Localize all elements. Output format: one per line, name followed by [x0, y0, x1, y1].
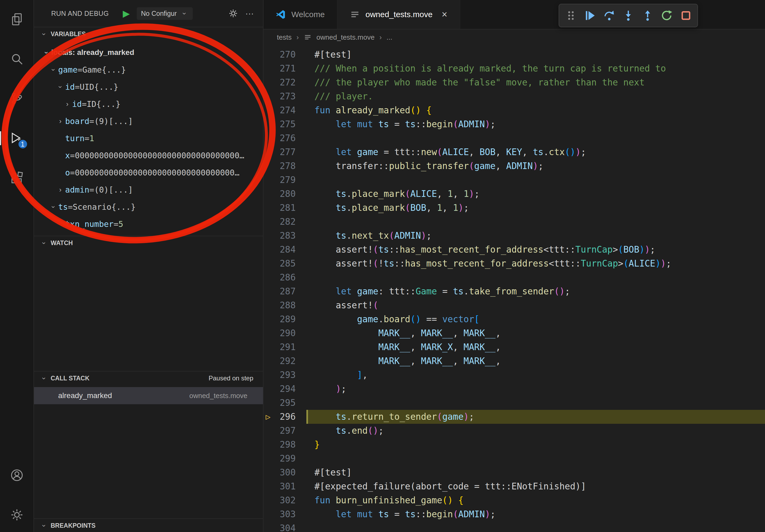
restart-button[interactable] — [659, 8, 674, 23]
line-number[interactable]: 276 — [264, 131, 307, 145]
code-text[interactable]: MARK__, MARK__, MARK__, — [307, 354, 765, 368]
code-text[interactable]: transfer::public_transfer(game, ADMIN); — [307, 159, 765, 173]
variable-row[interactable]: ›id = UID{...} — [34, 78, 263, 95]
code-text[interactable] — [307, 521, 765, 532]
line-number[interactable]: 278 — [264, 159, 307, 173]
line-number[interactable]: 284 — [264, 243, 307, 257]
line-number[interactable]: 287 — [264, 285, 307, 298]
line-number[interactable]: 288 — [264, 298, 307, 312]
variable-row[interactable]: o = 000000000000000000000000000000000… — [34, 164, 263, 181]
code-text[interactable]: ); — [307, 382, 765, 396]
step-over-button[interactable] — [602, 8, 617, 23]
start-debugging-icon[interactable]: ▶ — [123, 8, 130, 19]
code-text[interactable]: assert!( — [307, 298, 765, 312]
chevron-down-icon[interactable]: › — [49, 65, 58, 75]
code-text[interactable]: MARK__, MARK__, MARK__, — [307, 326, 765, 340]
code-text[interactable]: ts.return_to_sender(game); — [307, 410, 765, 424]
watch-section-header[interactable]: › WATCH — [34, 236, 263, 250]
call-stack-frame[interactable]: already_markedowned_tests.move — [34, 387, 263, 404]
line-number[interactable]: 295 — [264, 396, 307, 410]
breadcrumb-file[interactable]: owned_tests.move — [317, 33, 375, 42]
chevron-right-icon[interactable]: › — [56, 117, 65, 126]
variable-row[interactable]: turn = 1 — [34, 130, 263, 147]
chevron-down-icon[interactable]: › — [49, 202, 58, 212]
line-number[interactable]: 299 — [264, 452, 307, 465]
breadcrumb-more[interactable]: ... — [386, 33, 392, 42]
code-text[interactable]: /// player. — [307, 90, 765, 104]
line-number[interactable]: 281 — [264, 201, 307, 215]
code-text[interactable] — [307, 452, 765, 465]
code-text[interactable]: let mut ts = ts::begin(ADMIN); — [307, 117, 765, 131]
line-number[interactable]: 296▷ — [264, 410, 307, 424]
more-actions-icon[interactable]: ··· — [245, 9, 254, 19]
variable-row[interactable]: ›board = (9)[...] — [34, 113, 263, 130]
explorer-icon[interactable] — [9, 11, 25, 27]
line-number[interactable]: 282 — [264, 215, 307, 229]
line-number[interactable]: 279 — [264, 173, 307, 187]
chevron-down-icon[interactable]: › — [56, 82, 65, 92]
toolbar-drag-handle[interactable] — [563, 8, 578, 23]
variable-row[interactable]: txn_number = 5 — [34, 215, 263, 232]
code-text[interactable]: #[expected_failure(abort_code = ttt::ENo… — [307, 479, 765, 493]
line-number[interactable]: 280 — [264, 187, 307, 201]
debug-config-dropdown[interactable]: No Configur › — [137, 7, 193, 20]
line-number[interactable]: 304 — [264, 521, 307, 532]
code-text[interactable]: ts.place_mark(BOB, 1, 1); — [307, 201, 765, 215]
step-out-button[interactable] — [640, 8, 655, 23]
line-number[interactable]: 286 — [264, 271, 307, 285]
stop-button[interactable] — [678, 8, 693, 23]
breakpoints-section-header[interactable]: › BREAKPOINTS — [34, 518, 263, 532]
line-number[interactable]: 297 — [264, 424, 307, 438]
code-text[interactable]: game.board() == vector[ — [307, 312, 765, 326]
variable-row[interactable]: ›game = Game{...} — [34, 61, 263, 78]
line-number[interactable]: 275 — [264, 117, 307, 131]
variable-row[interactable]: ›id = ID{...} — [34, 95, 263, 113]
close-tab-icon[interactable]: × — [442, 10, 447, 19]
code-text[interactable]: fun already_marked() { — [307, 104, 765, 117]
line-number[interactable]: 294 — [264, 382, 307, 396]
debug-settings-gear-icon[interactable] — [228, 8, 238, 19]
line-number[interactable]: 303 — [264, 507, 307, 521]
variables-section-header[interactable]: › VARIABLES — [34, 27, 263, 41]
code-text[interactable]: } — [307, 438, 765, 452]
breadcrumb-folder[interactable]: tests — [277, 33, 292, 42]
line-number[interactable]: 274 — [264, 104, 307, 117]
code-text[interactable]: #[test] — [307, 48, 765, 62]
call-stack-section-header[interactable]: › CALL STACK Paused on step — [34, 371, 263, 385]
scope-row[interactable]: ›locals: already_marked — [34, 44, 263, 61]
code-text[interactable]: /// When a position is already marked, t… — [307, 62, 765, 76]
continue-button[interactable] — [582, 8, 597, 23]
code-text[interactable]: ts.end(); — [307, 424, 765, 438]
chevron-right-icon[interactable]: › — [56, 186, 65, 194]
run-and-debug-icon[interactable]: 1 — [9, 130, 25, 146]
line-number[interactable]: 289 — [264, 312, 307, 326]
variable-row[interactable]: x = 0000000000000000000000000000000000… — [34, 147, 263, 164]
line-number[interactable]: 283 — [264, 229, 307, 243]
code-text[interactable]: assert!(!ts::has_most_recent_for_address… — [307, 257, 765, 271]
line-number[interactable]: 302 — [264, 493, 307, 507]
code-text[interactable] — [307, 271, 765, 285]
line-number[interactable]: 298 — [264, 438, 307, 452]
chevron-right-icon[interactable]: › — [62, 100, 72, 108]
account-icon[interactable] — [9, 467, 25, 483]
line-number[interactable]: 301 — [264, 479, 307, 493]
line-number[interactable]: 271 — [264, 62, 307, 76]
code-text[interactable]: MARK__, MARK_X, MARK__, — [307, 340, 765, 354]
tab-owned-tests-move[interactable]: owned_tests.move × — [338, 0, 460, 29]
chevron-down-icon[interactable]: › — [42, 48, 51, 57]
code-text[interactable]: /// the player who made the "false" move… — [307, 76, 765, 90]
line-number[interactable]: 285 — [264, 257, 307, 271]
code-text[interactable] — [307, 173, 765, 187]
line-number[interactable]: 270 — [264, 48, 307, 62]
line-number[interactable]: 292 — [264, 354, 307, 368]
source-control-icon[interactable] — [9, 91, 25, 107]
code-text[interactable]: ], — [307, 368, 765, 382]
line-number[interactable]: 291 — [264, 340, 307, 354]
search-icon[interactable] — [9, 51, 25, 67]
line-number[interactable]: 277 — [264, 145, 307, 159]
code-text[interactable]: let game: ttt::Game = ts.take_from_sende… — [307, 285, 765, 298]
extensions-icon[interactable] — [9, 170, 25, 186]
code-text[interactable]: ts.next_tx(ADMIN); — [307, 229, 765, 243]
code-text[interactable]: #[test] — [307, 465, 765, 479]
tab-welcome[interactable]: Welcome — [264, 0, 338, 29]
